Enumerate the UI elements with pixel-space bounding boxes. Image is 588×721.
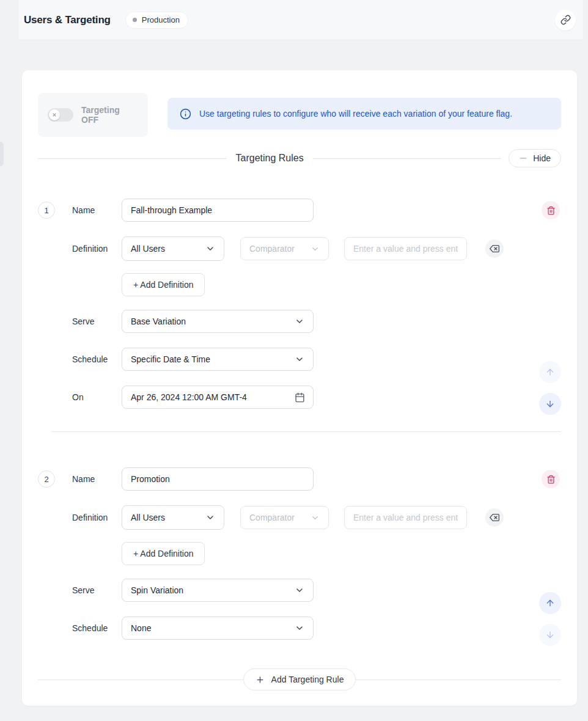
schedule-value: Specific Date & Time: [131, 354, 210, 364]
rule-name-row: 1 Name: [38, 199, 561, 222]
definition-label: Definition: [72, 244, 122, 254]
targeting-toggle[interactable]: Targeting OFF: [38, 93, 148, 137]
chevron-down-icon: [295, 354, 304, 364]
environment-badge-label: Production: [142, 15, 180, 24]
serve-dropdown[interactable]: Spin Variation: [122, 579, 314, 602]
add-rule-divider: Add Targeting Rule: [38, 668, 561, 690]
targeting-rules-divider: Targeting Rules Hide: [38, 149, 561, 167]
chevron-down-icon: [295, 585, 304, 595]
chevron-down-icon: [295, 623, 304, 633]
schedule-label: Schedule: [72, 623, 122, 633]
comparator-placeholder: Comparator: [249, 244, 295, 254]
add-targeting-rule-label: Add Targeting Rule: [271, 675, 344, 684]
plus-icon: [255, 675, 265, 684]
arrow-down-icon: [545, 399, 555, 409]
chevron-down-icon: [205, 513, 215, 522]
copy-link-button[interactable]: [555, 10, 576, 31]
delete-rule-button[interactable]: [542, 470, 560, 488]
rule-add-definition-row: + Add Definition: [38, 542, 561, 565]
rule-definition-row: Definition All Users Comparator: [38, 505, 561, 530]
info-banner: Use targeting rules to configure who wil…: [167, 98, 561, 130]
chevron-down-icon: [311, 513, 320, 522]
environment-dot-icon: [133, 18, 137, 22]
schedule-dropdown[interactable]: Specific Date & Time: [122, 348, 314, 371]
add-targeting-rule-button[interactable]: Add Targeting Rule: [243, 668, 356, 690]
on-label: On: [72, 392, 122, 402]
clear-definition-button[interactable]: [485, 508, 504, 527]
divider-line: [313, 158, 502, 159]
toggle-off-x-icon: [49, 109, 60, 120]
targeting-card: Targeting OFF Use targeting rules to con…: [22, 70, 577, 706]
serve-value: Base Variation: [131, 317, 186, 326]
page-title: Users & Targeting: [24, 14, 111, 26]
rule-on-row: On Apr 26, 2024 12:00 AM GMT-4: [38, 386, 561, 409]
add-definition-button[interactable]: + Add Definition: [122, 542, 205, 565]
arrow-up-icon: [545, 367, 555, 377]
minus-icon: [519, 154, 527, 163]
hide-button-label: Hide: [533, 153, 551, 163]
rule-name-row: 2 Name: [38, 467, 561, 491]
schedule-dropdown[interactable]: None: [122, 617, 314, 640]
trash-icon: [546, 206, 556, 215]
definition-attribute-value: All Users: [131, 513, 165, 522]
hide-rules-button[interactable]: Hide: [509, 149, 561, 167]
rule-separator: [51, 431, 561, 432]
rule-name-input[interactable]: [122, 467, 314, 491]
serve-label: Serve: [72, 317, 122, 326]
definition-value-input[interactable]: [344, 237, 467, 260]
chevron-down-icon: [295, 317, 304, 326]
divider-line: [38, 158, 227, 159]
link-icon: [560, 15, 571, 25]
schedule-value: None: [131, 623, 151, 633]
arrow-up-icon: [545, 598, 555, 608]
comparator-dropdown[interactable]: Comparator: [240, 237, 329, 260]
name-label: Name: [72, 205, 122, 215]
info-icon: [180, 108, 191, 120]
schedule-datetime-field[interactable]: Apr 26, 2024 12:00 AM GMT-4: [122, 386, 314, 409]
rule-serve-row: Serve Base Variation: [38, 310, 561, 333]
chevron-down-icon: [205, 244, 215, 254]
move-rule-up-button[interactable]: [539, 361, 561, 383]
definition-attribute-dropdown[interactable]: All Users: [122, 236, 224, 261]
environment-badge[interactable]: Production: [125, 12, 188, 29]
comparator-placeholder: Comparator: [249, 513, 295, 522]
rule-serve-row: Serve Spin Variation: [38, 579, 561, 602]
serve-dropdown[interactable]: Base Variation: [122, 310, 314, 333]
chevron-down-icon: [311, 244, 320, 254]
comparator-dropdown[interactable]: Comparator: [240, 506, 329, 529]
definition-label: Definition: [72, 513, 122, 522]
schedule-datetime-value: Apr 26, 2024 12:00 AM GMT-4: [131, 392, 247, 402]
rule-reorder-controls: [539, 592, 561, 646]
side-drawer-handle[interactable]: [0, 142, 4, 166]
rule-number-badge: 2: [38, 470, 55, 488]
rule-schedule-row: Schedule Specific Date & Time: [38, 348, 561, 371]
definition-attribute-dropdown[interactable]: All Users: [122, 505, 224, 530]
rule-reorder-controls: [539, 361, 561, 415]
delete-rule-button[interactable]: [542, 201, 560, 219]
rule-number-badge: 1: [38, 202, 55, 219]
backspace-icon: [490, 513, 499, 522]
serve-value: Spin Variation: [131, 585, 183, 595]
toggle-switch[interactable]: [48, 108, 73, 122]
definition-value-input[interactable]: [344, 506, 467, 529]
section-title: Targeting Rules: [227, 153, 313, 164]
rule-name-input[interactable]: [122, 199, 314, 222]
targeting-rule-1: 1 Name Definition All Users Comparator: [38, 199, 561, 409]
backspace-icon: [490, 244, 499, 254]
divider-line: [38, 679, 243, 680]
divider-line: [356, 679, 561, 680]
targeting-rule-2: 2 Name Definition All Users Comparator: [38, 467, 561, 640]
move-rule-down-button[interactable]: [539, 393, 561, 415]
targeting-toggle-label: Targeting OFF: [81, 105, 138, 125]
serve-label: Serve: [72, 585, 122, 595]
definition-attribute-value: All Users: [131, 244, 165, 254]
move-rule-down-button[interactable]: [539, 624, 561, 646]
rule-add-definition-row: + Add Definition: [38, 273, 561, 296]
calendar-icon: [295, 392, 305, 403]
rule-schedule-row: Schedule None: [38, 617, 561, 640]
top-bar: Users & Targeting Production: [18, 0, 583, 40]
clear-definition-button[interactable]: [485, 240, 504, 258]
move-rule-up-button[interactable]: [539, 592, 561, 614]
rule-definition-row: Definition All Users Comparator: [38, 236, 561, 261]
add-definition-button[interactable]: + Add Definition: [122, 273, 205, 296]
